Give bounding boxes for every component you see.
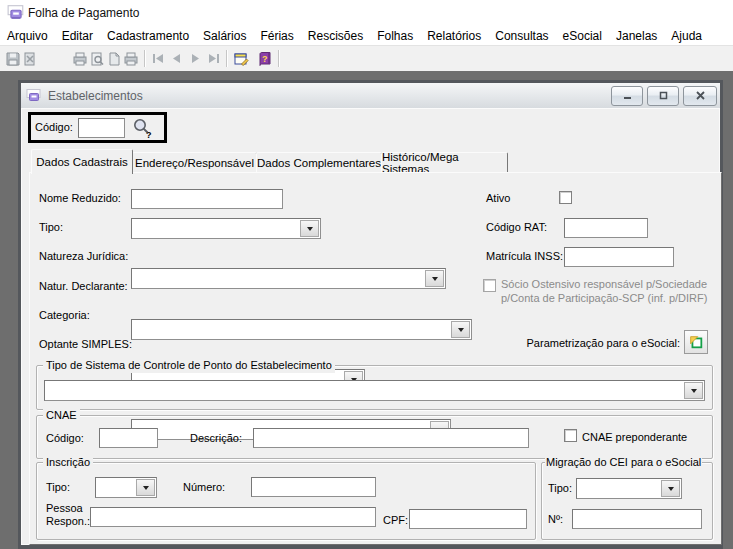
cnae-preponderante-label: CNAE preponderante	[582, 431, 687, 444]
menu-relatorios[interactable]: Relatórios	[420, 28, 488, 44]
matricula-inss-input[interactable]	[564, 247, 674, 267]
minimize-button[interactable]	[611, 86, 643, 106]
menu-consultas[interactable]: Consultas	[488, 28, 555, 44]
tabpage-dados-cadastrais: Nome Reduzido: Tipo: Natureza Jurídica: …	[29, 172, 722, 545]
tab-dados-complementares[interactable]: Dados Complementares	[256, 152, 382, 173]
migracao-tipo-label: Tipo:	[548, 482, 572, 495]
search-lookup-button[interactable]: ?	[131, 117, 153, 139]
help-button[interactable]: ?	[256, 50, 274, 68]
migracao-tipo-combobox[interactable]	[576, 478, 682, 499]
chevron-down-icon[interactable]	[136, 479, 155, 496]
next-record-icon	[187, 51, 203, 67]
svg-text:?: ?	[262, 54, 268, 64]
maximize-button[interactable]	[647, 86, 679, 106]
pessoa-responsavel-input[interactable]	[90, 507, 376, 527]
cnae-preponderante-checkbox[interactable]	[564, 429, 577, 442]
migracao-numero-label: Nº:	[548, 513, 563, 526]
toolbar-separator	[144, 50, 146, 67]
codigo-rat-input[interactable]	[564, 218, 648, 238]
first-record-icon	[151, 51, 167, 67]
cnae-descricao-input[interactable]	[253, 428, 529, 448]
codigo-rat-label: Código RAT:	[486, 221, 547, 234]
codigo-input[interactable]	[78, 118, 125, 138]
last-record-button[interactable]	[204, 50, 222, 68]
menu-rescisoes[interactable]: Rescisões	[301, 28, 370, 44]
form-properties-button[interactable]	[232, 50, 250, 68]
close-icon	[695, 90, 706, 101]
menu-esocial[interactable]: eSocial	[556, 28, 609, 44]
inscricao-tipo-label: Tipo:	[46, 481, 70, 494]
menu-ajuda[interactable]: Ajuda	[664, 28, 709, 44]
print-setup-button[interactable]	[122, 50, 140, 68]
cnae-codigo-input[interactable]	[99, 428, 158, 448]
chevron-down-icon[interactable]	[425, 270, 444, 287]
cpf-input[interactable]	[409, 509, 527, 529]
dialog-titlebar[interactable]: Estabelecimentos	[21, 83, 720, 108]
chevron-down-icon[interactable]	[451, 321, 470, 338]
cnae-descricao-label: Descrição:	[190, 432, 242, 445]
parametrizacao-esocial-label: Parametrização para o eSocial:	[480, 337, 680, 350]
toolbar-separator	[226, 50, 228, 67]
print-button[interactable]	[71, 50, 89, 68]
codigo-label: Código:	[35, 121, 73, 134]
matricula-inss-label: Matrícula INSS:	[486, 250, 563, 263]
nome-reduzido-label: Nome Reduzido:	[39, 192, 121, 205]
tab-dados-cadastrais[interactable]: Dados Cadastrais	[31, 149, 133, 174]
cancel-edit-button[interactable]	[21, 50, 39, 68]
natur-declarante-combobox[interactable]	[131, 319, 472, 340]
chevron-down-icon[interactable]	[661, 480, 680, 497]
print-preview-button[interactable]	[88, 50, 106, 68]
tipo-combobox[interactable]	[131, 218, 321, 239]
menu-folhas[interactable]: Folhas	[370, 28, 420, 44]
close-button[interactable]	[683, 86, 717, 106]
esocial-note-icon	[688, 334, 704, 350]
natureza-juridica-label: Natureza Jurídica:	[39, 250, 128, 263]
nome-reduzido-input[interactable]	[131, 189, 283, 209]
controle-ponto-combobox[interactable]	[44, 380, 705, 401]
pessoa-label-line1: Pessoa	[46, 502, 83, 515]
cpf-label: CPF:	[383, 514, 408, 527]
menu-arquivo[interactable]: Arquivo	[0, 28, 55, 44]
chevron-down-icon[interactable]	[684, 382, 703, 399]
print-preview-icon	[89, 51, 105, 67]
menubar: Arquivo Editar Cadastramento Salários Fé…	[0, 26, 733, 45]
tab-historico-mega-sistemas[interactable]: Histórico/Mega Sistemas	[381, 152, 508, 173]
group-controle-ponto: Tipo de Sistema de Controle de Ponto do …	[36, 365, 713, 410]
natur-declarante-label: Natur. Declarante:	[39, 280, 128, 293]
menu-salarios[interactable]: Salários	[196, 28, 253, 44]
menu-janelas[interactable]: Janelas	[609, 28, 664, 44]
inscricao-numero-input[interactable]	[251, 477, 376, 497]
cnae-codigo-label: Código:	[46, 432, 84, 445]
dialog-icon	[26, 88, 42, 104]
menu-ferias[interactable]: Férias	[253, 28, 300, 44]
first-record-button[interactable]	[150, 50, 168, 68]
next-record-button[interactable]	[186, 50, 204, 68]
socio-ostensivo-label-line2: p/Conta de Participação-SCP (inf. p/DIRF…	[501, 291, 707, 305]
form-properties-icon	[233, 51, 250, 67]
chevron-down-icon[interactable]	[300, 220, 319, 237]
group-inscricao-title: Inscrição	[43, 455, 93, 470]
natureza-juridica-combobox[interactable]	[131, 268, 446, 289]
app-title: Folha de Pagamento	[28, 6, 139, 20]
parametrizacao-esocial-button[interactable]	[684, 330, 708, 354]
print-setup-icon	[123, 51, 139, 67]
app-icon	[7, 4, 25, 22]
menu-editar[interactable]: Editar	[55, 28, 100, 44]
main-titlebar[interactable]: Folha de Pagamento	[0, 0, 733, 26]
svg-text:?: ?	[146, 130, 152, 139]
save-icon	[5, 51, 21, 67]
previous-record-button[interactable]	[168, 50, 186, 68]
menu-cadastramento[interactable]: Cadastramento	[100, 28, 196, 44]
toolbar-separator	[278, 50, 280, 67]
tab-endereco-responsavel[interactable]: Endereço/Responsável	[132, 152, 257, 173]
new-page-button[interactable]	[105, 50, 123, 68]
ativo-checkbox[interactable]	[559, 191, 572, 204]
ativo-label: Ativo	[486, 192, 510, 205]
socio-ostensivo-checkbox[interactable]	[483, 279, 496, 292]
inscricao-tipo-combobox[interactable]	[95, 477, 157, 498]
estabelecimentos-window: Estabelecimentos Código:	[18, 80, 723, 549]
group-cnae: CNAE Código: Descrição: CNAE preponderan…	[36, 415, 713, 459]
mdi-background: Estabelecimentos Código:	[0, 71, 733, 549]
migracao-numero-input[interactable]	[572, 509, 702, 529]
save-button[interactable]	[4, 50, 22, 68]
